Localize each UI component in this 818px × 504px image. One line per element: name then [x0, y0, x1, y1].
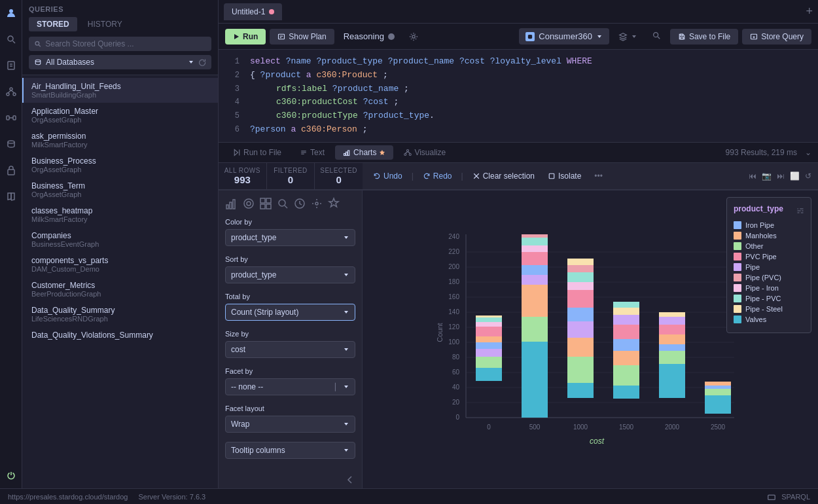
clear-selection-button[interactable]: Clear selection [469, 170, 539, 183]
chart-icon-camera[interactable]: 📷 [762, 171, 772, 181]
svg-rect-99 [522, 285, 548, 317]
total-by-select[interactable]: Count (Strip layout) [225, 304, 355, 321]
store-query-button[interactable]: Store Query [742, 29, 811, 45]
tab-add-button[interactable]: + [806, 5, 813, 18]
tab-visualize[interactable]: Visualize [396, 145, 453, 160]
more-button[interactable]: ••• [590, 170, 607, 183]
collapse-panel-button[interactable] [345, 475, 355, 487]
svg-point-7 [7, 93, 9, 96]
list-item[interactable]: Business_Term OrgAssetGraph [22, 177, 218, 202]
legend-item-pvc-pipe: PVC Pipe [734, 253, 804, 261]
legend-options-icon[interactable] [796, 207, 804, 215]
refresh-icon[interactable] [198, 58, 206, 66]
graph-icon[interactable] [3, 84, 19, 99]
svg-rect-122 [613, 308, 639, 315]
color-by-select[interactable]: product_type [225, 229, 355, 246]
tab-history[interactable]: HISTORY [80, 17, 130, 31]
svg-rect-130 [659, 312, 685, 317]
svg-rect-116 [613, 386, 639, 399]
tab-stored[interactable]: STORED [29, 17, 77, 31]
undo-bar: Undo | Redo | Clear selection [363, 163, 818, 190]
run-button[interactable]: Run [225, 29, 266, 45]
chart-icon-next[interactable]: ⏭ [777, 171, 785, 181]
chart-type-pin[interactable] [327, 197, 340, 210]
server-version: Server Version: 7.6.3 [138, 493, 205, 501]
db-selector-icon [34, 58, 42, 66]
svg-rect-50 [233, 200, 235, 209]
facet-layout-select[interactable]: Wrap [225, 416, 355, 433]
tab-charts[interactable]: Charts [335, 145, 393, 160]
svg-rect-95 [476, 317, 502, 322]
svg-rect-132 [705, 389, 731, 395]
svg-rect-107 [567, 357, 594, 383]
connect-icon[interactable] [3, 110, 19, 126]
book-icon[interactable] [3, 189, 19, 204]
database-icon[interactable] [3, 136, 19, 152]
list-item[interactable]: Air_Handling_Unit_Feeds SmartBuildingGra… [22, 78, 218, 103]
main-content: Untitled-1 + Run Show Plan Reasoning [219, 0, 818, 488]
chart-main: 0 20 40 60 80 100 120 [363, 190, 818, 488]
list-item[interactable]: classes_heatmap MilkSmartFactory [22, 202, 218, 227]
icon-bar [0, 0, 22, 488]
lock-icon[interactable] [3, 162, 19, 178]
svg-text:2500: 2500 [711, 423, 726, 431]
chart-type-grid[interactable] [259, 197, 272, 210]
chart-icon-3d[interactable]: ⬜ [790, 171, 800, 181]
list-item[interactable]: components_vs_parts DAM_Custom_Demo [22, 252, 218, 277]
svg-point-8 [13, 93, 16, 96]
list-item[interactable]: ask_permission MilkSmartFactory [22, 128, 218, 153]
svg-rect-118 [613, 351, 639, 365]
bar-chart: 0 20 40 60 80 100 120 [433, 228, 747, 450]
tab-text[interactable]: Text [292, 145, 332, 160]
svg-rect-54 [266, 198, 271, 203]
chart-type-search[interactable] [276, 197, 289, 210]
toolbar: Run Show Plan Reasoning Consum [219, 24, 818, 50]
chart-icon-rotate[interactable]: ↺ [805, 171, 811, 181]
facet-by-select[interactable]: -- none -- ▏ [225, 378, 355, 395]
list-item[interactable]: Data_Quality_Summary LifeSciencesRNDGrap… [22, 302, 218, 327]
tab-run-to-file[interactable]: Run to File [225, 145, 289, 160]
toolbar-search-button[interactable] [647, 27, 666, 45]
chart-type-palette[interactable] [242, 197, 255, 210]
list-item[interactable]: Data_Quality_Violations_Summary [22, 327, 218, 344]
query-tab-untitled[interactable]: Untitled-1 [224, 3, 282, 20]
search-icon[interactable] [3, 31, 19, 47]
expand-button[interactable]: ⌄ [805, 148, 811, 157]
svg-text:1000: 1000 [573, 423, 588, 431]
layers-icon [618, 32, 628, 41]
list-item[interactable]: Application_Master OrgAssetGraph [22, 103, 218, 128]
list-item[interactable]: Customer_Metrics BeerProductionGraph [22, 277, 218, 302]
isolate-button[interactable]: Isolate [544, 170, 585, 183]
undo-button[interactable]: Undo [369, 170, 406, 183]
file-icon[interactable] [3, 58, 19, 73]
db-selector[interactable]: All Databases [29, 55, 211, 69]
list-item[interactable]: Companies BusinessEventGraph [22, 227, 218, 252]
chart-icon-prev[interactable]: ⏮ [749, 171, 756, 181]
list-item[interactable]: Business_Process OrgAssetGraph [22, 153, 218, 177]
database-dropdown[interactable]: Consumer360 [519, 28, 609, 45]
code-editor[interactable]: 1 select ?name ?product_type ?product_na… [219, 50, 818, 143]
chart-type-settings[interactable] [310, 197, 323, 210]
power-icon[interactable] [3, 467, 19, 483]
store-icon [750, 33, 758, 41]
facet-by-label: Facet by [225, 367, 355, 375]
size-by-select[interactable]: cost [225, 341, 355, 358]
user-icon[interactable] [3, 5, 19, 21]
tooltip-columns-select[interactable]: Tooltip columns [225, 442, 355, 459]
settings-button[interactable] [404, 29, 423, 45]
chart-type-clock[interactable] [293, 197, 306, 210]
reasoning-toggle[interactable]: Reasoning [338, 31, 400, 41]
chart-type-bar[interactable] [225, 197, 238, 210]
show-plan-button[interactable]: Show Plan [270, 29, 334, 45]
redo-button[interactable]: Redo [419, 170, 456, 183]
sort-by-select[interactable]: product_type [225, 266, 355, 283]
save-to-file-button[interactable]: Save to File [670, 29, 738, 45]
chart-toolbar-icons: ⏮ 📷 ⏭ ⬜ ↺ [749, 171, 811, 181]
search-input[interactable] [45, 39, 206, 48]
sidebar-title: QUERIES [29, 5, 211, 13]
svg-rect-128 [659, 325, 685, 334]
code-line-5: 5 c360:productType ?product_type. [219, 109, 818, 123]
layers-button[interactable] [613, 29, 643, 45]
svg-line-17 [39, 45, 40, 46]
svg-text:240: 240 [448, 233, 459, 240]
